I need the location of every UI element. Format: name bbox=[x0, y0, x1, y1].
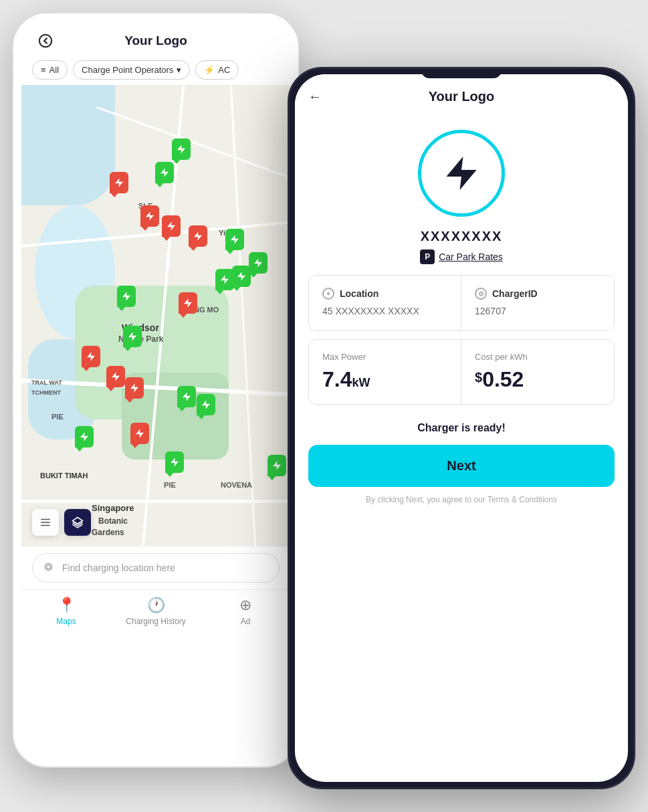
phone1-screen: Your Logo ≡ All Charge Point Operators ▾… bbox=[21, 21, 290, 758]
nav-charging-history[interactable]: 🕐 Charging History bbox=[111, 597, 201, 626]
phone1-title: Your Logo bbox=[124, 33, 187, 48]
road-3 bbox=[21, 500, 290, 503]
marker-green-5[interactable] bbox=[215, 269, 234, 290]
map-label-pie1: PIE bbox=[51, 413, 64, 421]
bottom-navigation: 📍 Maps 🕐 Charging History ⊕ Ad bbox=[21, 589, 290, 637]
svg-point-7 bbox=[327, 292, 330, 295]
marker-red-6[interactable] bbox=[82, 346, 100, 367]
charger-id-section: XXXXXXXX P Car Park Rates bbox=[295, 229, 628, 275]
phone1-device: Your Logo ≡ All Charge Point Operators ▾… bbox=[12, 12, 300, 768]
map-label-pie2: PIE bbox=[164, 481, 176, 489]
marker-red-2[interactable] bbox=[140, 205, 159, 227]
svg-point-0 bbox=[39, 35, 51, 47]
phone2-device: ← Your Logo XXXXXXXX P Car Park Rates bbox=[288, 67, 635, 789]
filter-icon: ≡ bbox=[41, 65, 46, 75]
marker-green-2[interactable] bbox=[155, 162, 174, 183]
marker-green-9[interactable] bbox=[177, 386, 196, 407]
filter-bar: ≡ All Charge Point Operators ▾ ⚡ AC bbox=[21, 55, 290, 85]
marker-red-9[interactable] bbox=[130, 423, 149, 444]
parking-p-icon: P bbox=[420, 249, 435, 264]
map-controls bbox=[32, 509, 91, 536]
nav-maps[interactable]: 📍 Maps bbox=[21, 597, 111, 626]
search-bar[interactable]: Find charging location here bbox=[32, 553, 280, 583]
max-power-value: 7.4kW bbox=[322, 367, 447, 392]
marker-red-5[interactable] bbox=[179, 292, 197, 314]
maps-icon: 📍 bbox=[58, 597, 76, 614]
map-label-singapore: Singapore bbox=[92, 503, 134, 513]
next-button-wrapper: Next bbox=[295, 445, 628, 495]
marker-red-8[interactable] bbox=[125, 377, 144, 399]
info-cards: Location 45 XXXXXXXX XXXXX ⚙ ChargerID 1… bbox=[308, 275, 615, 331]
max-power-unit: kW bbox=[352, 376, 370, 389]
charger-id-display: XXXXXXXX bbox=[308, 229, 615, 244]
marker-green-4[interactable] bbox=[249, 252, 267, 274]
marker-green-3[interactable] bbox=[225, 229, 244, 250]
phone2-title: Your Logo bbox=[429, 89, 495, 104]
location-label: Location bbox=[322, 288, 447, 300]
chevron-down-icon: ▾ bbox=[177, 65, 181, 75]
power-card: Max Power 7.4kW Cost per kWh $0.52 bbox=[308, 339, 615, 405]
cpo-filter-label: Charge Point Operators bbox=[82, 65, 173, 75]
chargerid-label-text: ChargerID bbox=[492, 288, 538, 299]
search-placeholder: Find charging location here bbox=[62, 563, 175, 573]
filter-ac[interactable]: ⚡ AC bbox=[195, 60, 239, 80]
location-card: Location 45 XXXXXXXX XXXXX bbox=[309, 276, 461, 330]
marker-green-13[interactable] bbox=[267, 455, 286, 476]
marker-red-3[interactable] bbox=[162, 215, 181, 237]
max-power-number: 7.4 bbox=[322, 367, 352, 391]
max-power-cell: Max Power 7.4kW bbox=[309, 340, 461, 404]
map-label-novena: NOVENA bbox=[221, 481, 252, 489]
ac-filter-label: AC bbox=[218, 65, 230, 75]
charger-ready-status: Charger is ready! bbox=[295, 415, 628, 445]
terms-conditions-text: By clicking Next, you agree to our Terms… bbox=[295, 495, 628, 518]
filter-all-label: All bbox=[49, 65, 59, 75]
next-button[interactable]: Next bbox=[308, 445, 615, 487]
nav-history-label: Charging History bbox=[126, 617, 185, 626]
location-icon bbox=[322, 288, 334, 300]
car-park-rates-badge[interactable]: P Car Park Rates bbox=[420, 249, 503, 264]
location-value: 45 XXXXXXXX XXXXX bbox=[322, 305, 447, 318]
location-label-text: Location bbox=[340, 288, 379, 299]
history-icon: 🕐 bbox=[147, 597, 165, 614]
cost-cell: Cost per kWh $0.52 bbox=[461, 340, 614, 404]
marker-green-8[interactable] bbox=[123, 326, 142, 347]
ac-filter-icon: ⚡ bbox=[204, 65, 215, 75]
search-section: Find charging location here bbox=[21, 546, 290, 589]
bolt-icon bbox=[441, 153, 481, 193]
road-5 bbox=[230, 85, 256, 546]
chargerid-value: 126707 bbox=[475, 305, 601, 318]
marker-green-1[interactable] bbox=[172, 138, 191, 160]
cost-label: Cost per kWh bbox=[475, 352, 601, 362]
marker-green-7[interactable] bbox=[117, 286, 136, 307]
map-view[interactable]: SLE Yio Ch ANG MO TRAL WAT TCHMENT PIE W… bbox=[21, 85, 290, 546]
phone2-back-button[interactable]: ← bbox=[308, 89, 322, 104]
map-label-botanic: Botanic bbox=[98, 516, 128, 526]
layers-button[interactable] bbox=[64, 509, 91, 536]
marker-green-10[interactable] bbox=[197, 394, 215, 415]
more-icon: ⊕ bbox=[239, 597, 251, 614]
dollar-sign: $ bbox=[475, 370, 482, 385]
map-label-tral: TRAL WAT bbox=[31, 379, 62, 386]
nav-maps-label: Maps bbox=[56, 617, 76, 626]
phone2-screen: ← Your Logo XXXXXXXX P Car Park Rates bbox=[295, 74, 628, 782]
phone1-header: Your Logo bbox=[21, 21, 290, 55]
marker-green-11[interactable] bbox=[75, 426, 94, 447]
nav-additional[interactable]: ⊕ Ad bbox=[201, 597, 290, 626]
marker-red-4[interactable] bbox=[189, 225, 207, 247]
marker-red-7[interactable] bbox=[106, 366, 125, 387]
filter-all[interactable]: ≡ All bbox=[32, 60, 68, 80]
marker-green-6[interactable] bbox=[232, 266, 251, 287]
marker-red-1[interactable] bbox=[110, 172, 128, 193]
cost-value: $0.52 bbox=[475, 367, 601, 392]
phone1-back-button[interactable] bbox=[35, 30, 56, 52]
map-label-bukit: BUKIT TIMAH bbox=[40, 472, 88, 480]
marker-green-12[interactable] bbox=[165, 451, 184, 473]
map-label-gardens: Gardens bbox=[92, 528, 124, 537]
chargerid-card: ⚙ ChargerID 126707 bbox=[461, 276, 614, 330]
filter-cpo[interactable]: Charge Point Operators ▾ bbox=[73, 60, 190, 80]
list-view-button[interactable] bbox=[32, 509, 59, 536]
svg-point-5 bbox=[47, 565, 51, 569]
map-label-tchment: TCHMENT bbox=[31, 389, 61, 396]
car-park-rates-link: Car Park Rates bbox=[439, 251, 503, 262]
phone2-notch bbox=[421, 69, 502, 78]
